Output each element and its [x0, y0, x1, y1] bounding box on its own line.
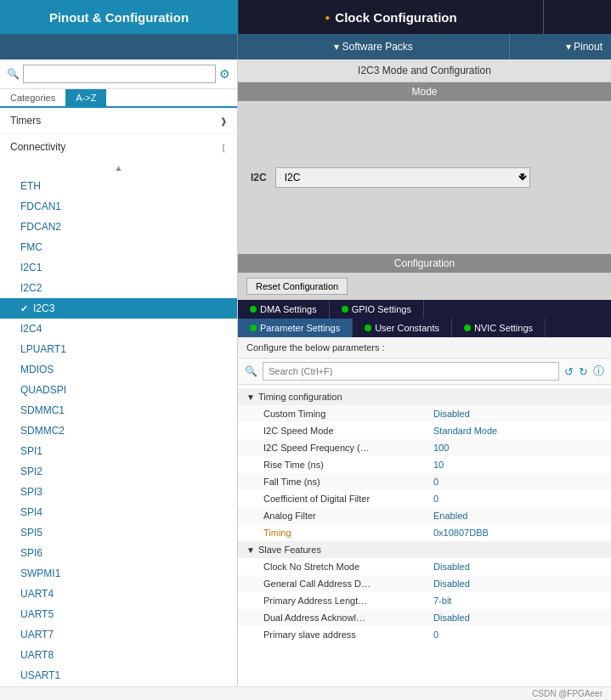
sidebar-search-bar: 🔍 ⚙: [0, 59, 237, 89]
mode-body: I2C I2C: [238, 101, 611, 254]
software-packs-btn[interactable]: ▾ Software Packs: [238, 34, 509, 59]
param-row-timing: Timing 0x10807DBB: [238, 524, 611, 541]
param-name-analog-filter: Analog Filter: [263, 511, 433, 521]
sidebar-item-swpmi1[interactable]: SWPMI1: [0, 563, 237, 584]
chevron-down-icon: ❲: [220, 143, 227, 152]
sidebar-item-uart7[interactable]: UART7: [0, 624, 237, 645]
param-row-general-call: General Call Address D… Disabled: [238, 575, 611, 592]
sidebar-item-i2c4[interactable]: I2C4: [0, 319, 237, 339]
header-extra: [543, 0, 611, 34]
info-icon[interactable]: ⓘ: [593, 364, 604, 379]
param-dot-icon: [250, 325, 257, 331]
param-row-dual-addr: Dual Address Acknowl… Disabled: [238, 609, 611, 626]
sidebar-item-spi3[interactable]: SPI3: [0, 482, 237, 502]
param-value-fall-time: 0: [433, 477, 438, 487]
tab-dma-settings[interactable]: DMA Settings: [238, 300, 330, 319]
tab-a-to-z[interactable]: A->Z: [65, 89, 106, 106]
sidebar-item-uart5[interactable]: UART5: [0, 604, 237, 624]
sidebar-item-eth[interactable]: ETH: [0, 176, 237, 196]
param-name-general-call: General Call Address D…: [263, 579, 433, 589]
connectivity-label: Connectivity: [10, 141, 65, 153]
header-left-title: Pinout & Configuration: [0, 0, 238, 34]
header-right-title: ● Clock Configuration: [238, 0, 543, 34]
timers-label: Timers: [10, 115, 41, 127]
pinout-btn[interactable]: ▾ Pinout: [509, 34, 611, 59]
sidebar-item-uart4[interactable]: UART4: [0, 584, 237, 604]
config-header: Configuration: [238, 254, 611, 273]
param-value-timing: 0x10807DBB: [433, 528, 489, 538]
sidebar-item-fmc[interactable]: FMC: [0, 237, 237, 257]
timing-chevron-icon: ▼: [246, 392, 255, 402]
sidebar-item-sdmmc2[interactable]: SDMMC2: [0, 421, 237, 441]
sidebar-item-fdcan2[interactable]: FDCAN2: [0, 217, 237, 237]
sidebar-item-fdcan1[interactable]: FDCAN1: [0, 196, 237, 217]
prev-icon[interactable]: ↺: [564, 365, 574, 378]
param-row-digital-filter: Coefficient of Digital Filter 0: [238, 490, 611, 507]
param-info: Configure the below parameters :: [238, 337, 611, 358]
timing-group-header[interactable]: ▼ Timing configuration: [238, 388, 611, 405]
sub-header: ▾ Software Packs ▾ Pinout: [0, 34, 611, 59]
param-name-no-stretch: Clock No Stretch Mode: [263, 562, 433, 572]
slave-chevron-icon: ▼: [246, 545, 255, 555]
next-icon[interactable]: ↻: [579, 365, 588, 378]
param-value-no-stretch: Disabled: [433, 562, 470, 572]
param-value-primary-slave-addr: 0: [433, 629, 438, 640]
param-row-no-stretch: Clock No Stretch Mode Disabled: [238, 558, 611, 575]
config-tabs-row1: DMA Settings GPIO Settings: [238, 300, 611, 319]
mode-section: Mode I2C I2C: [238, 82, 611, 254]
sidebar-tabs: Categories A->Z: [0, 89, 237, 108]
param-value-dual-addr: Disabled: [433, 612, 470, 623]
sidebar-item-spi1[interactable]: SPI1: [0, 441, 237, 461]
sidebar-item-uart8[interactable]: UART8: [0, 645, 237, 665]
sidebar-item-spi2[interactable]: SPI2: [0, 461, 237, 482]
sidebar-item-spi5[interactable]: SPI5: [0, 522, 237, 543]
sidebar-item-usart1[interactable]: USART1: [0, 665, 237, 686]
tab-gpio-settings[interactable]: GPIO Settings: [330, 300, 424, 319]
sidebar: 🔍 ⚙ Categories A->Z Timers ❱: [0, 59, 238, 686]
sidebar-item-lpuart1[interactable]: LPUART1: [0, 339, 237, 359]
param-row-custom-timing: Custom Timing Disabled: [238, 405, 611, 422]
param-row-i2c-speed-freq: I2C Speed Frequency (… 100: [238, 439, 611, 456]
param-name-i2c-speed-freq: I2C Speed Frequency (…: [263, 443, 433, 453]
search-small-icon: 🔍: [7, 68, 20, 80]
param-value-custom-timing: Disabled: [433, 409, 470, 419]
sidebar-item-spi6[interactable]: SPI6: [0, 543, 237, 563]
param-name-primary-addr-len: Primary Address Lengt…: [263, 596, 433, 606]
param-name-digital-filter: Coefficient of Digital Filter: [263, 494, 433, 504]
sidebar-item-quadspi[interactable]: QUADSPI: [0, 380, 237, 400]
param-row-primary-slave-addr: Primary slave address 0: [238, 626, 611, 643]
scroll-indicator: ▲: [0, 160, 237, 176]
param-name-dual-addr: Dual Address Acknowl…: [263, 612, 433, 623]
param-name-rise-time: Rise Time (ns): [263, 460, 433, 470]
sidebar-item-mdios[interactable]: MDIOS: [0, 359, 237, 380]
sidebar-item-sdmmc1[interactable]: SDMMC1: [0, 400, 237, 421]
sidebar-item-spi4[interactable]: SPI4: [0, 502, 237, 522]
mode-label: I2C: [251, 172, 267, 183]
param-row-fall-time: Fall Time (ns) 0: [238, 473, 611, 490]
param-row-i2c-speed-mode: I2C Speed Mode Standard Mode: [238, 422, 611, 439]
tab-nvic-settings[interactable]: NVIC Settings: [452, 319, 546, 337]
group-connectivity-header[interactable]: Connectivity ❲: [0, 134, 237, 160]
group-connectivity: Connectivity ❲ ▲ ETH FDCAN1 FDCAN2 FMC I…: [0, 134, 237, 686]
slave-group-header[interactable]: ▼ Slave Features: [238, 541, 611, 558]
dma-dot-icon: [250, 306, 257, 313]
param-name-i2c-speed-mode: I2C Speed Mode: [263, 426, 433, 436]
tab-user-constants[interactable]: User Constants: [353, 319, 452, 337]
sidebar-item-i2c2[interactable]: I2C2: [0, 278, 237, 298]
param-search-input[interactable]: [263, 362, 559, 381]
mode-select[interactable]: I2C: [275, 167, 530, 188]
config-tabs-row2: Parameter Settings User Constants NVIC S…: [238, 319, 611, 337]
reset-config-button[interactable]: Reset Configuration: [246, 278, 348, 295]
sidebar-search-input[interactable]: [23, 65, 216, 83]
gear-icon[interactable]: ⚙: [219, 67, 230, 81]
pinout-config-title: Pinout & Configuration: [49, 10, 189, 25]
tab-categories[interactable]: Categories: [0, 89, 65, 106]
param-name-custom-timing: Custom Timing: [263, 409, 433, 419]
sidebar-item-i2c3[interactable]: ✔ I2C3: [0, 298, 237, 319]
param-value-analog-filter: Enabled: [433, 511, 467, 521]
tab-parameter-settings[interactable]: Parameter Settings: [238, 319, 353, 337]
user-dot-icon: [365, 325, 371, 331]
sidebar-item-i2c1[interactable]: I2C1: [0, 257, 237, 278]
group-timers-header[interactable]: Timers ❱: [0, 108, 237, 133]
param-value-digital-filter: 0: [433, 494, 438, 504]
